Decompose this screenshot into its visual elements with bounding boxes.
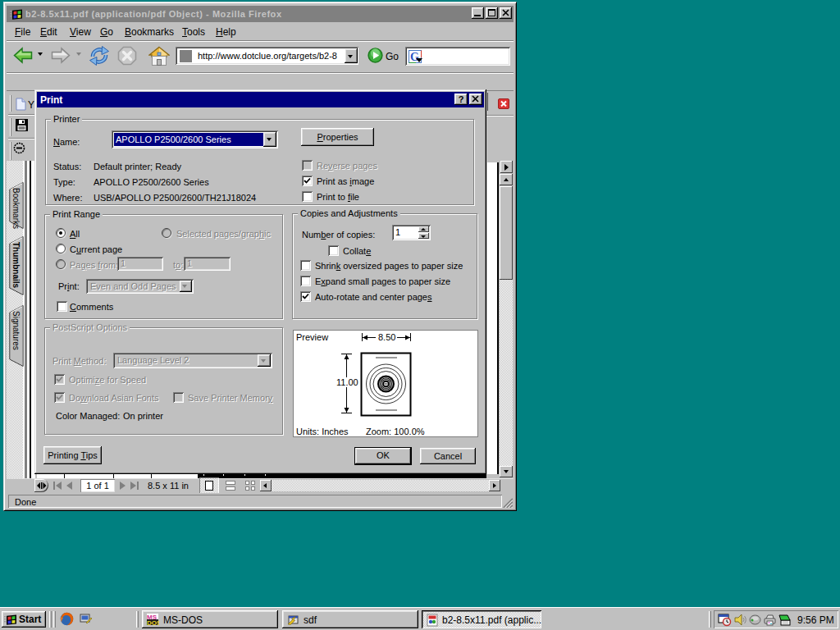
svg-text:8.50: 8.50 [378,332,395,342]
svg-text:DOS: DOS [147,619,159,626]
svg-text:G: G [410,51,419,63]
svg-text:11.00: 11.00 [336,377,358,387]
